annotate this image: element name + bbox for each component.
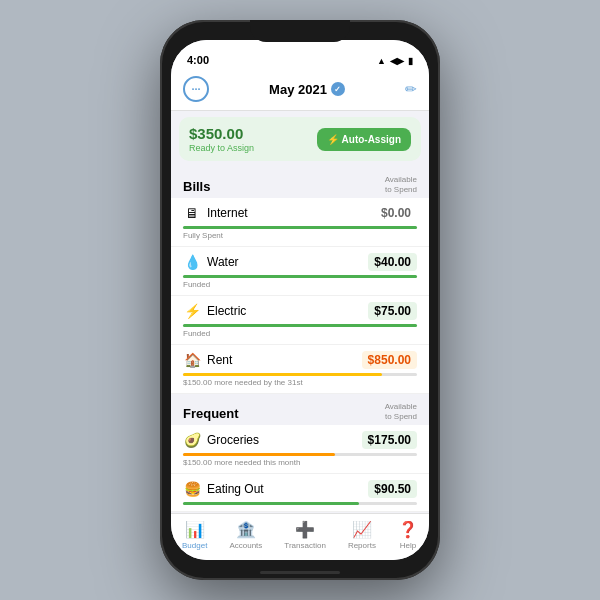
groceries-amount: $175.00 <box>362 431 417 449</box>
tab-budget[interactable]: 📊 Budget <box>182 520 207 550</box>
groceries-progress-fill <box>183 453 335 456</box>
bills-col-label: Availableto Spend <box>385 175 417 194</box>
phone-frame: 4:00 ▲ ◀▶ ▮ ··· May 2021 ✓ ✏ $350.00 Rea… <box>160 20 440 580</box>
water-name: Water <box>207 255 239 269</box>
water-icon: 💧 <box>183 254 201 270</box>
reports-icon: 📈 <box>352 520 372 539</box>
groceries-name: Groceries <box>207 433 259 447</box>
groceries-icon: 🥑 <box>183 432 201 448</box>
water-amount: $40.00 <box>368 253 417 271</box>
internet-item[interactable]: 🖥 Internet $0.00 Fully Spent <box>171 198 429 247</box>
phone-screen: 4:00 ▲ ◀▶ ▮ ··· May 2021 ✓ ✏ $350.00 Rea… <box>171 40 429 560</box>
internet-name: Internet <box>207 206 248 220</box>
assign-info: $350.00 Ready to Assign <box>189 125 254 153</box>
rent-warning: $150.00 more needed by the 31st <box>183 378 417 387</box>
electric-progress-container <box>183 324 417 327</box>
electric-item[interactable]: ⚡ Electric $75.00 Funded <box>171 296 429 345</box>
eating-out-item[interactable]: 🍔 Eating Out $90.50 <box>171 474 429 512</box>
battery-icon: ▮ <box>408 56 413 66</box>
electric-amount: $75.00 <box>368 302 417 320</box>
groceries-progress-container <box>183 453 417 456</box>
transaction-label: Transaction <box>284 541 326 550</box>
rent-amount: $850.00 <box>362 351 417 369</box>
tab-reports[interactable]: 📈 Reports <box>348 520 376 550</box>
frequent-title: Frequent <box>183 406 239 421</box>
wifi-icon: ▲ <box>377 56 386 66</box>
electric-status: Funded <box>183 329 417 338</box>
eating-out-progress-fill <box>183 502 359 505</box>
check-icon: ✓ <box>331 82 345 96</box>
month-label: May 2021 <box>269 82 327 97</box>
eating-out-name: Eating Out <box>207 482 264 496</box>
internet-amount: $0.00 <box>375 204 417 222</box>
groceries-item[interactable]: 🥑 Groceries $175.00 $150.00 more needed … <box>171 425 429 474</box>
rent-icon: 🏠 <box>183 352 201 368</box>
bills-title: Bills <box>183 179 210 194</box>
rent-progress-container <box>183 373 417 376</box>
transaction-icon: ➕ <box>295 520 315 539</box>
electric-name: Electric <box>207 304 246 318</box>
tab-transaction[interactable]: ➕ Transaction <box>284 520 326 550</box>
accounts-icon: 🏦 <box>236 520 256 539</box>
rent-item[interactable]: 🏠 Rent $850.00 $150.00 more needed by th… <box>171 345 429 394</box>
water-status: Funded <box>183 280 417 289</box>
rent-name: Rent <box>207 353 232 367</box>
internet-status: Fully Spent <box>183 231 417 240</box>
electric-progress-fill <box>183 324 417 327</box>
help-label: Help <box>400 541 416 550</box>
status-bar: 4:00 ▲ ◀▶ ▮ <box>171 40 429 70</box>
electric-icon: ⚡ <box>183 303 201 319</box>
water-progress-container <box>183 275 417 278</box>
auto-assign-button[interactable]: ⚡ Auto-Assign <box>317 128 411 151</box>
internet-progress-fill <box>183 226 417 229</box>
reports-label: Reports <box>348 541 376 550</box>
tab-accounts[interactable]: 🏦 Accounts <box>229 520 262 550</box>
tab-bar: 📊 Budget 🏦 Accounts ➕ Transaction 📈 Repo… <box>171 513 429 560</box>
water-progress-fill <box>183 275 417 278</box>
budget-icon: 📊 <box>185 520 205 539</box>
eating-out-icon: 🍔 <box>183 481 201 497</box>
signal-icon: ◀▶ <box>390 56 404 66</box>
assign-banner: $350.00 Ready to Assign ⚡ Auto-Assign <box>179 117 421 161</box>
app-header: ··· May 2021 ✓ ✏ <box>171 70 429 111</box>
budget-label: Budget <box>182 541 207 550</box>
edit-button[interactable]: ✏ <box>405 81 417 97</box>
status-icons: ▲ ◀▶ ▮ <box>377 56 413 66</box>
status-time: 4:00 <box>187 54 209 66</box>
internet-progress-container <box>183 226 417 229</box>
auto-assign-label: Auto-Assign <box>342 134 401 145</box>
dots-icon: ··· <box>191 83 200 95</box>
help-icon: ❓ <box>398 520 418 539</box>
bolt-icon: ⚡ <box>327 134 339 145</box>
internet-icon: 🖥 <box>183 205 201 221</box>
scroll-area[interactable]: Bills Availableto Spend 🖥 Internet $0.00… <box>171 167 429 513</box>
assign-ready-label: Ready to Assign <box>189 143 254 153</box>
header-title: May 2021 ✓ <box>269 82 345 97</box>
water-item[interactable]: 💧 Water $40.00 Funded <box>171 247 429 296</box>
eating-out-progress-container <box>183 502 417 505</box>
bills-section-header: Bills Availableto Spend <box>171 167 429 198</box>
tab-help[interactable]: ❓ Help <box>398 520 418 550</box>
assign-amount: $350.00 <box>189 125 254 142</box>
accounts-label: Accounts <box>229 541 262 550</box>
phone-notch <box>250 20 350 42</box>
frequent-col-label: Availableto Spend <box>385 402 417 421</box>
menu-button[interactable]: ··· <box>183 76 209 102</box>
rent-progress-fill <box>183 373 382 376</box>
frequent-section-header: Frequent Availableto Spend <box>171 394 429 425</box>
eating-out-amount: $90.50 <box>368 480 417 498</box>
groceries-warning: $150.00 more needed this month <box>183 458 417 467</box>
home-indicator <box>260 571 340 574</box>
